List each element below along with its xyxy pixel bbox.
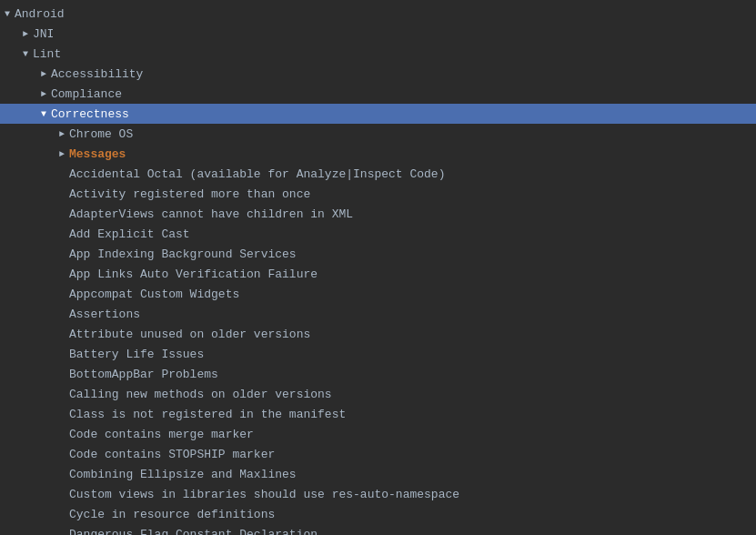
tree-item-label: Accessibility (51, 67, 143, 81)
tree-item-class-not-registered[interactable]: Class is not registered in the manifest (0, 404, 756, 424)
expand-arrow-icon[interactable] (36, 69, 51, 79)
tree-item-label: Correctness (51, 107, 129, 121)
tree-item-bottomappbar[interactable]: BottomAppBar Problems (0, 364, 756, 384)
tree-item-assertions[interactable]: Assertions (0, 304, 756, 324)
tree-item-label: Android (15, 7, 65, 21)
tree-item-label: Compliance (51, 87, 122, 101)
tree-container: AndroidJNILintAccessibilityComplianceCor… (0, 0, 756, 535)
expand-arrow-icon[interactable] (18, 29, 33, 39)
tree-item-calling-new[interactable]: Calling new methods on older versions (0, 384, 756, 404)
tree-item-label: Assertions (69, 308, 140, 321)
tree-item-cycle-resource[interactable]: Cycle in resource definitions (0, 504, 756, 524)
tree-item-label: App Indexing Background Services (69, 247, 297, 261)
tree-item-label: Chrome OS (69, 127, 133, 141)
tree-item-label: Accidental Octal (available for Analyze|… (69, 167, 445, 181)
tree-item-code-merge[interactable]: Code contains merge marker (0, 424, 756, 444)
tree-item-label: Dangerous Flag Constant Declaration (69, 528, 318, 536)
tree-item-label: App Links Auto Verification Failure (69, 268, 318, 281)
tree-item-label: Battery Life Issues (69, 348, 204, 361)
tree-item-label: Lint (33, 47, 61, 61)
tree-item-label: JNI (33, 27, 54, 41)
tree-item-appcompat[interactable]: Appcompat Custom Widgets (0, 284, 756, 304)
tree-item-label: Add Explicit Cast (69, 227, 190, 241)
tree-item-app-indexing[interactable]: App Indexing Background Services (0, 244, 756, 264)
tree-item-label: Calling new methods on older versions (69, 388, 332, 401)
tree-item-label: Attribute unused on older versions (69, 328, 310, 341)
tree-item-lint[interactable]: Lint (0, 44, 756, 64)
tree-item-label: Activity registered more than once (69, 187, 310, 201)
tree-item-accessibility[interactable]: Accessibility (0, 64, 756, 84)
tree-item-label: Appcompat Custom Widgets (69, 288, 239, 301)
tree-item-android[interactable]: Android (0, 4, 756, 24)
tree-item-add-explicit[interactable]: Add Explicit Cast (0, 224, 756, 244)
tree-item-app-links[interactable]: App Links Auto Verification Failure (0, 264, 756, 284)
tree-item-adapterview[interactable]: AdapterViews cannot have children in XML (0, 204, 756, 224)
expand-arrow-icon[interactable] (36, 89, 51, 99)
tree-item-accidental-octal[interactable]: Accidental Octal (available for Analyze|… (0, 164, 756, 184)
collapse-arrow-icon[interactable] (18, 49, 33, 59)
tree-item-label: Code contains merge marker (69, 428, 254, 441)
tree-item-dangerous-flag[interactable]: Dangerous Flag Constant Declaration (0, 524, 756, 535)
tree-item-chromeos[interactable]: Chrome OS (0, 124, 756, 144)
tree-item-battery-life[interactable]: Battery Life Issues (0, 344, 756, 364)
tree-item-label: Custom views in libraries should use res… (69, 488, 459, 501)
tree-item-jni[interactable]: JNI (0, 24, 756, 44)
tree-item-combining-ellipsize[interactable]: Combining Ellipsize and Maxlines (0, 464, 756, 484)
tree-item-messages[interactable]: Messages (0, 144, 756, 164)
tree-item-correctness[interactable]: Correctness (0, 104, 756, 124)
tree-item-compliance[interactable]: Compliance (0, 84, 756, 104)
collapse-arrow-icon[interactable] (0, 9, 15, 19)
tree-item-label: Code contains STOPSHIP marker (69, 448, 275, 461)
tree-item-label: Cycle in resource definitions (69, 508, 275, 521)
tree-item-code-stopship[interactable]: Code contains STOPSHIP marker (0, 444, 756, 464)
tree-item-attribute-unused[interactable]: Attribute unused on older versions (0, 324, 756, 344)
expand-arrow-icon[interactable] (55, 149, 69, 159)
tree-item-label: Combining Ellipsize and Maxlines (69, 468, 297, 481)
tree-item-label: Class is not registered in the manifest (69, 408, 346, 421)
tree-item-activity-registered[interactable]: Activity registered more than once (0, 184, 756, 204)
tree-item-label: AdapterViews cannot have children in XML (69, 207, 353, 221)
expand-arrow-icon[interactable] (55, 129, 69, 139)
tree-item-label: BottomAppBar Problems (69, 368, 218, 381)
tree-item-label: Messages (69, 147, 126, 161)
tree-item-custom-views[interactable]: Custom views in libraries should use res… (0, 484, 756, 504)
collapse-arrow-icon[interactable] (36, 109, 51, 119)
